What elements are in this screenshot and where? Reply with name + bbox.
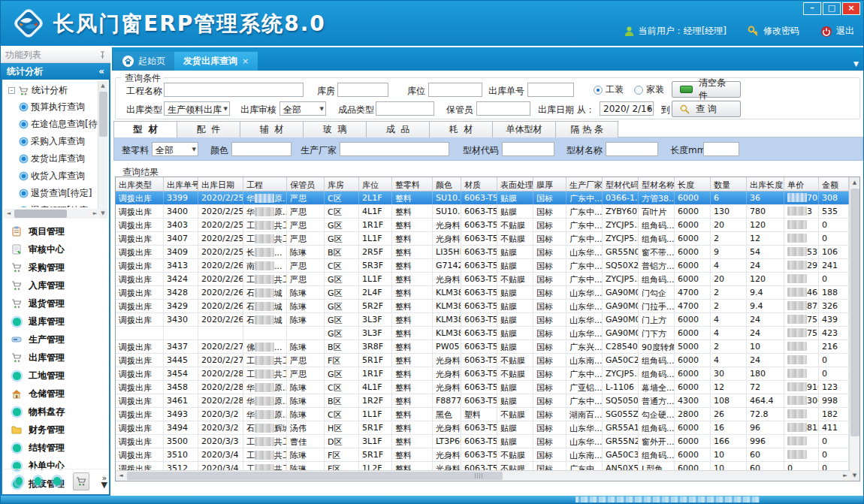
column-header-颜色[interactable]: 颜色 (433, 177, 461, 191)
table-vscroll-thumb[interactable] (850, 189, 859, 436)
material-tab-8[interactable]: 隔 热 条 (555, 121, 618, 137)
footer-dot-icon[interactable] (16, 477, 23, 485)
audit-select[interactable]: 全部 (279, 101, 326, 116)
table-row[interactable]: 调拨出库34282020/2/26石城陈琳G区2L4F整料KLM38176063… (116, 286, 849, 300)
close-button[interactable]: × (842, 2, 860, 15)
sidebar-item-出库管理[interactable]: 出库管理 (4, 349, 107, 367)
table-row[interactable]: 调拨出库34612020/2/28华原...陈琳B区1R2F整料F8877FT6… (116, 394, 849, 408)
material-tab-4[interactable]: 玻 璃 (303, 121, 366, 137)
whole-select[interactable]: 全部 (152, 142, 198, 156)
table-row[interactable]: 调拨出库34132020/2/26南...严思C区5R3F整料G71422606… (116, 259, 849, 273)
column-header-库房[interactable]: 库房 (325, 177, 359, 191)
tab-close-icon[interactable]: × (242, 56, 249, 66)
logout[interactable]: 退出 (820, 25, 854, 38)
sidebar-item-退库管理[interactable]: 退库管理 (4, 312, 107, 330)
column-header-长度[interactable]: 长度 (675, 177, 711, 191)
collapse-icon[interactable]: « (98, 66, 104, 77)
sidebar-item-生产管理[interactable]: 生产管理 (4, 330, 107, 349)
table-row[interactable]: 调拨出库34242020/2/26工共工程严思G区1L1F整料光身料6063-T… (116, 273, 849, 286)
tree-scroll-thumb[interactable] (99, 92, 107, 137)
table-row[interactable]: 调拨出库34302020/2/26石城陈琳G区3L3F整料KLM38176063… (116, 313, 849, 327)
table-row[interactable]: 调拨出库34542020/2/28工共工程严思G区1R1F整料光身料6063-T… (116, 367, 849, 381)
scroll-left-icon[interactable]: ◄ (116, 471, 126, 481)
scroll-left-icon[interactable]: ◄ (4, 209, 14, 219)
minimize-button[interactable]: – (803, 2, 821, 15)
radio-jiazhuang[interactable]: 家装 (634, 83, 664, 96)
column-header-出库长度[interactable]: 出库长度 (747, 177, 784, 191)
column-header-型材名称[interactable]: 型材名称 (639, 177, 675, 191)
length-input[interactable] (703, 142, 739, 156)
column-header-出库单号[interactable]: 出库单号 (164, 177, 198, 191)
table-row[interactable]: 调拨出库34002020/2/25华原...严思C区4L1F整料SU10...6… (116, 205, 849, 219)
column-header-金额[interactable]: 金额 (819, 177, 849, 191)
tree-item[interactable]: 发货出库查询 (4, 150, 100, 167)
table-row[interactable]: 调拨出库35102020/3/4工共工程陈琳F区5R1F整料光身料6063-T5… (116, 448, 849, 462)
sidebar-item-结转管理[interactable]: 结转管理 (4, 439, 107, 457)
radio-gongzhuang[interactable]: 工装 (594, 83, 624, 96)
tree-expander-icon[interactable]: - (8, 87, 15, 94)
tree-vertical-scrollbar[interactable]: ▲ ▼ (98, 81, 107, 219)
scroll-up-icon[interactable]: ▲ (98, 81, 107, 91)
column-header-工程[interactable]: 工程 (243, 177, 287, 191)
order-no-input[interactable] (527, 83, 574, 97)
name-input[interactable] (606, 142, 658, 156)
column-header-材质[interactable]: 材质 (461, 177, 497, 191)
footer-more-button[interactable]: »▼ (101, 475, 107, 488)
pin-icon[interactable] (99, 51, 106, 59)
material-tab-5[interactable]: 成 品 (366, 121, 429, 137)
code-input[interactable] (502, 142, 554, 156)
table-row[interactable]: 调拨出库34372020/2/27佛...陈琳B区3R8F整料PW056063-… (116, 340, 849, 354)
tree-item[interactable]: 退库管理[待定 (4, 202, 100, 207)
sidebar-item-仓储管理[interactable]: 仓储管理 (4, 385, 107, 403)
material-tab-1[interactable]: 型 材 (113, 121, 177, 137)
keeper-input[interactable] (476, 101, 530, 116)
date-from-select[interactable]: 2020/ 2/16 (600, 101, 654, 116)
location-input[interactable] (428, 83, 482, 97)
tree-item[interactable]: 在途信息查询[待 (4, 116, 100, 133)
sidebar-item-退货管理[interactable]: 退货管理 (4, 294, 107, 312)
warehouse-input[interactable] (337, 83, 388, 97)
column-header-保管员[interactable]: 保管员 (287, 177, 325, 191)
table-row[interactable]: 调拨出库34942020/3/2石辉城汤伟H区5R1F整料光身料6063-T5贴… (116, 421, 849, 435)
sidebar-item-项目管理[interactable]: 项目管理 (4, 222, 107, 240)
sidebar-item-工地管理[interactable]: 工地管理 (4, 367, 107, 385)
column-header-数量[interactable]: 数量 (711, 177, 747, 191)
color-input[interactable] (231, 142, 292, 156)
table-row[interactable]: 调拨出库34092020/2/25长...陈琳B区2R5F整料LI35HD606… (116, 246, 849, 259)
footer-dot-icon[interactable] (53, 477, 60, 485)
tree-item[interactable]: 退货查询[待定] (4, 185, 100, 202)
tree-item[interactable]: 采购入库查询 (4, 133, 100, 150)
sidebar-item-审核中心[interactable]: 审核中心 (4, 240, 107, 258)
column-header-型材代码[interactable]: 型材代码 (603, 177, 639, 191)
maximize-button[interactable]: □ (823, 2, 841, 15)
material-tab-3[interactable]: 辅 材 (240, 121, 303, 137)
table-row[interactable]: 调拨出库34292020/2/26石城陈琳G区5R2F整料KLM38176063… (116, 300, 849, 313)
footer-cart-button[interactable] (73, 472, 89, 490)
out-type-select[interactable]: 生产领料出库 (164, 101, 230, 116)
clear-conditions-button[interactable]: 清空条件 (672, 81, 741, 98)
material-tab-2[interactable]: 配 件 (177, 121, 240, 137)
table-row[interactable]: G区3L3F整料KLM38176063-T5贴膜国标山东华...GA90M09.… (116, 327, 849, 340)
maker-input[interactable] (340, 142, 449, 156)
column-header-表面处理[interactable]: 表面处理 (497, 177, 533, 191)
sidebar-section-header[interactable]: 统计分析 « (1, 63, 110, 80)
tree-item[interactable]: 预算执行查询 (4, 98, 100, 116)
sidebar-item-入库管理[interactable]: 入库管理 (4, 276, 107, 294)
table-row[interactable]: 调拨出库34452020/2/27工共工程严思F区5R1F整料光身料6063-T… (116, 354, 849, 367)
tab-shipment-query[interactable]: 发货出库查询 × (174, 52, 258, 71)
scroll-down-icon[interactable]: ▼ (850, 470, 859, 481)
scroll-up-icon[interactable]: ▲ (850, 177, 859, 188)
product-type-input[interactable] (376, 101, 434, 116)
table-row[interactable]: 调拨出库35002020/3/3工共工程曹佳D区3L1F整料LT3P606063… (116, 435, 849, 448)
sidebar-item-物料盘存[interactable]: 物料盘存 (4, 403, 107, 421)
column-header-整零料[interactable]: 整零料 (392, 177, 433, 191)
tree-hscroll-thumb[interactable] (14, 210, 67, 218)
column-header-出库类型[interactable]: 出库类型 (116, 177, 164, 191)
change-password[interactable]: 修改密码 (748, 25, 799, 38)
search-button[interactable]: 查 询 (672, 101, 741, 117)
table-row[interactable]: 调拨出库33992020/2/25华原...严思C区2L1F整料SU10...6… (116, 192, 849, 205)
tree-root[interactable]: - 统计分析 (4, 81, 100, 98)
scroll-right-icon[interactable]: ► (90, 209, 100, 219)
footer-dot-icon[interactable] (35, 477, 41, 485)
table-row[interactable]: 调拨出库34932020/3/2华原...陈琳C区1L1F整料黑色塑料不贴膜国标… (116, 408, 849, 421)
